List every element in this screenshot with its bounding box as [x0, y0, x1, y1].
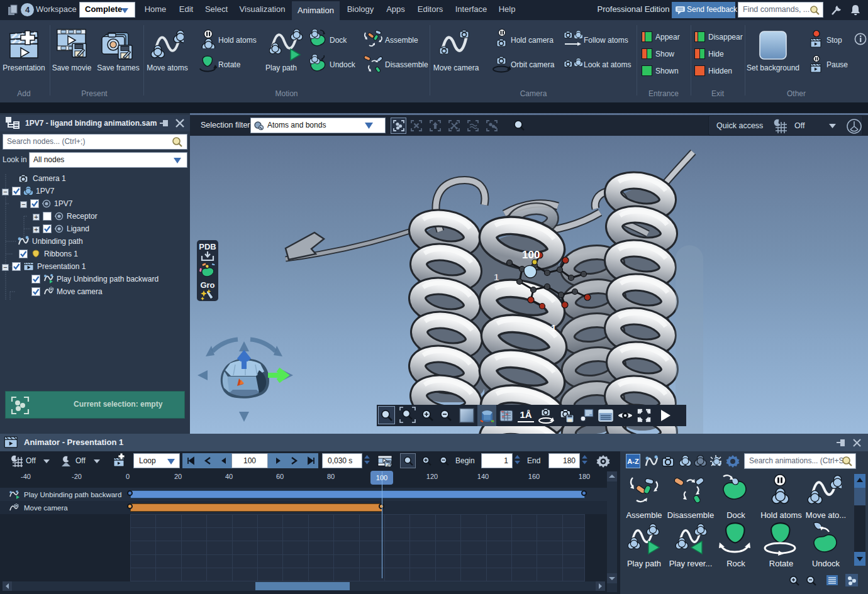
svg-text:1: 1 [551, 322, 556, 333]
svg-text:100: 100 [522, 249, 540, 261]
svg-text:1: 1 [494, 272, 499, 282]
